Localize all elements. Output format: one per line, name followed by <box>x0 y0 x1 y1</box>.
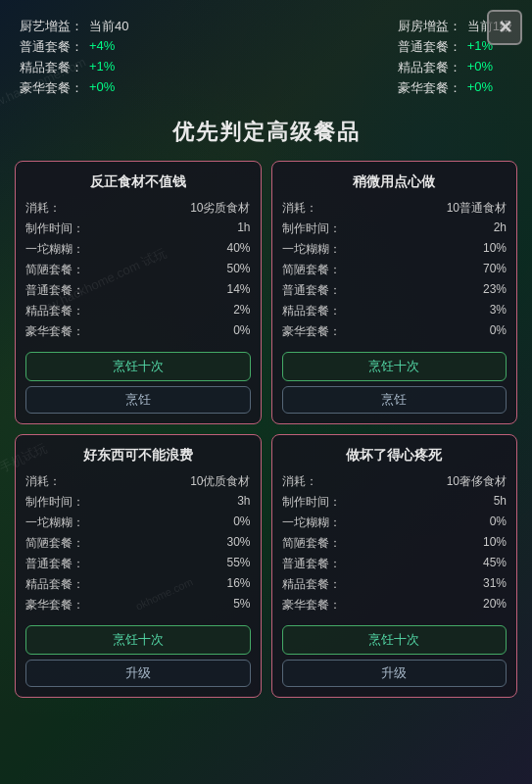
recipe-card-3: 好东西可不能浪费 消耗： 10优质食材 制作时间： 3h 一坨糊糊： 0% 简陋… <box>15 434 262 698</box>
recipe-1-stat-luxury: 豪华套餐： 0% <box>25 323 251 340</box>
recipe-card-1: 反正食材不值钱 消耗： 10劣质食材 制作时间： 1h 一坨糊糊： 40% 简陋… <box>15 161 262 424</box>
cooking-skill-value: 当前40 <box>89 18 128 35</box>
left-stat-label-1: 精品套餐： <box>20 59 83 76</box>
left-stat-row-1: 精品套餐： +1% <box>20 59 128 76</box>
page-title: 优先判定高级餐品 <box>172 118 361 147</box>
left-stat-label-2: 豪华套餐： <box>20 79 83 97</box>
left-stat-value-1: +1% <box>89 59 115 76</box>
recipe-1-stat-time: 制作时间： 1h <box>25 220 251 237</box>
recipe-title-3: 好东西可不能浪费 <box>25 447 251 465</box>
left-stat-row-2: 豪华套餐： +0% <box>20 79 128 97</box>
recipes-grid: 反正食材不值钱 消耗： 10劣质食材 制作时间： 1h 一坨糊糊： 40% 简陋… <box>10 161 522 698</box>
cook-ten-button-2[interactable]: 烹饪十次 <box>282 352 508 381</box>
left-stats-column: 厨艺增益： 当前40 普通套餐： +4% 精品套餐： +1% 豪华套餐： +0% <box>20 18 128 97</box>
recipe-1-stat-basic: 简陋套餐： 50% <box>25 262 251 278</box>
recipe-1-stat-quality: 精品套餐： 2% <box>25 303 251 319</box>
cook-ten-button-4[interactable]: 烹饪十次 <box>282 625 508 655</box>
recipe-4-stat-time: 制作时间： 5h <box>282 494 508 511</box>
recipe-2-stat-mush: 一坨糊糊： 10% <box>282 241 508 258</box>
cook-button-1[interactable]: 烹饪 <box>25 386 251 414</box>
recipe-1-buttons: 烹饪十次 烹饪 <box>25 352 251 414</box>
main-container: ✕ 厨艺增益： 当前40 普通套餐： +4% 精品套餐： +1% 豪华套餐： +… <box>0 0 532 784</box>
recipe-2-stat-normal: 普通套餐： 23% <box>282 282 508 299</box>
recipe-1-stat-mush: 一坨糊糊： 40% <box>25 241 251 258</box>
recipe-2-stat-time: 制作时间： 2h <box>282 220 508 237</box>
upgrade-button-3[interactable]: 升级 <box>25 660 251 687</box>
recipe-4-stat-normal: 普通套餐： 45% <box>282 556 508 572</box>
cooking-skill-row: 厨艺增益： 当前40 <box>20 18 128 35</box>
recipe-2-stat-quality: 精品套餐： 3% <box>282 303 508 319</box>
left-stat-value-0: +4% <box>89 38 115 56</box>
right-stat-row-2: 豪华套餐： +0% <box>398 79 512 97</box>
recipe-3-buttons: 烹饪十次 升级 <box>25 625 251 687</box>
recipe-3-stat-time: 制作时间： 3h <box>25 494 251 511</box>
recipe-3-stat-quality: 精品套餐： 16% <box>25 576 251 593</box>
recipe-3-stat-luxury: 豪华套餐： 5% <box>25 597 251 613</box>
left-stat-label-0: 普通套餐： <box>20 38 83 56</box>
recipe-title-1: 反正食材不值钱 <box>25 173 251 191</box>
left-stat-value-2: +0% <box>89 79 115 97</box>
cooking-skill-label: 厨艺增益： <box>20 18 83 35</box>
recipe-title-2: 稍微用点心做 <box>282 173 508 191</box>
right-stat-label-1: 精品套餐： <box>398 59 461 76</box>
recipe-4-stat-quality: 精品套餐： 31% <box>282 576 508 593</box>
right-stat-label-0: 普通套餐： <box>398 38 461 56</box>
upgrade-button-4[interactable]: 升级 <box>282 660 508 687</box>
right-stat-value-1: +0% <box>467 59 493 76</box>
recipe-1-stat-consume: 消耗： 10劣质食材 <box>25 200 251 217</box>
recipe-4-stat-consume: 消耗： 10奢侈食材 <box>282 473 508 490</box>
recipe-2-buttons: 烹饪十次 烹饪 <box>282 352 508 414</box>
right-stat-row-1: 精品套餐： +0% <box>398 59 512 76</box>
left-stat-row-0: 普通套餐： +4% <box>20 38 128 56</box>
recipe-3-stat-mush: 一坨糊糊： 0% <box>25 514 251 531</box>
recipe-1-stat-normal: 普通套餐： 14% <box>25 282 251 299</box>
kitchen-label: 厨房增益： <box>398 18 461 35</box>
recipe-3-stat-consume: 消耗： 10优质食材 <box>25 473 251 490</box>
recipe-2-stat-consume: 消耗： 10普通食材 <box>282 200 508 217</box>
close-button[interactable]: ✕ <box>487 10 522 45</box>
recipe-2-stat-luxury: 豪华套餐： 0% <box>282 323 508 340</box>
recipe-4-stat-basic: 简陋套餐： 10% <box>282 535 508 552</box>
recipe-3-stat-normal: 普通套餐： 55% <box>25 556 251 572</box>
stats-bar: 厨艺增益： 当前40 普通套餐： +4% 精品套餐： +1% 豪华套餐： +0%… <box>10 10 522 105</box>
recipe-2-stat-basic: 简陋套餐： 70% <box>282 262 508 278</box>
recipe-card-4: 做坏了得心疼死 消耗： 10奢侈食材 制作时间： 5h 一坨糊糊： 0% 简陋套… <box>271 434 518 698</box>
recipe-title-4: 做坏了得心疼死 <box>282 447 508 465</box>
recipe-4-stat-luxury: 豪华套餐： 20% <box>282 597 508 613</box>
recipe-4-stat-mush: 一坨糊糊： 0% <box>282 514 508 531</box>
cook-button-2[interactable]: 烹饪 <box>282 386 508 414</box>
right-stat-label-2: 豪华套餐： <box>398 79 461 97</box>
cook-ten-button-1[interactable]: 烹饪十次 <box>25 352 251 381</box>
recipe-card-2: 稍微用点心做 消耗： 10普通食材 制作时间： 2h 一坨糊糊： 10% 简陋套… <box>271 161 518 424</box>
cook-ten-button-3[interactable]: 烹饪十次 <box>25 625 251 655</box>
recipe-4-buttons: 烹饪十次 升级 <box>282 625 508 687</box>
right-stat-value-2: +0% <box>467 79 493 97</box>
recipe-3-stat-basic: 简陋套餐： 30% <box>25 535 251 552</box>
